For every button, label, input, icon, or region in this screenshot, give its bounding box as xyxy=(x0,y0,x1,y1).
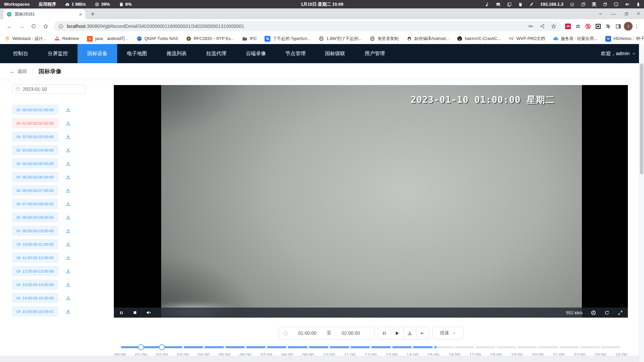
window-restore-icon[interactable] xyxy=(624,12,629,16)
date-picker-input[interactable]: 2023-01-10 xyxy=(12,84,85,94)
refresh-icon[interactable] xyxy=(604,310,609,315)
timeline-handle[interactable] xyxy=(159,344,165,350)
site-info-icon[interactable] xyxy=(58,24,63,29)
snapshot-shutter-icon[interactable] xyxy=(591,310,596,315)
bookmark-item[interactable]: RFC2833 – RTP Ev... xyxy=(186,36,234,41)
download-icon[interactable] xyxy=(65,282,71,287)
record-segment-button[interactable]: 01:00:00-02:00:00 xyxy=(12,118,58,128)
reload-icon[interactable] xyxy=(29,22,38,31)
nav-item-8[interactable]: 国标级联 xyxy=(315,44,355,63)
time-range-input[interactable]: 01:00:00 至 02:00:00 xyxy=(279,327,375,339)
bookmark-item[interactable]: Webstack - 设计... xyxy=(5,36,46,42)
player-stop-icon[interactable] xyxy=(133,310,137,315)
download-icon[interactable] xyxy=(65,188,71,193)
extensions-puzzle-icon[interactable] xyxy=(605,24,611,29)
input-method-indicator[interactable]: 英 xyxy=(592,1,596,7)
fullscreen-icon[interactable] xyxy=(618,310,623,315)
ip-address-indicator[interactable]: 192.168.1.3 xyxy=(540,2,563,7)
download-icon[interactable] xyxy=(65,148,71,153)
browser-scrollbar[interactable] xyxy=(639,44,644,362)
bookmark-item[interactable]: NHDAtmos :: 种子 *... xyxy=(605,36,644,42)
nav-item-7[interactable]: 节点管理 xyxy=(276,44,315,63)
download-button[interactable] xyxy=(403,327,416,339)
frame-extension-icon[interactable] xyxy=(595,24,601,29)
back-icon[interactable]: ← xyxy=(5,22,14,31)
start-time-value[interactable]: 01:00:00 xyxy=(288,330,327,336)
beverage-icon[interactable] xyxy=(518,2,523,7)
record-segment-button[interactable]: 03:00:00-04:00:00 xyxy=(12,145,58,155)
download-icon[interactable] xyxy=(65,269,71,274)
browser-tab[interactable]: 国标28181 × xyxy=(3,9,85,19)
nav-item-6[interactable]: 云端录像 xyxy=(236,44,276,63)
windows-stack-icon[interactable] xyxy=(581,2,586,7)
bookmark-item[interactable]: WVP-PRO文档 xyxy=(509,36,545,42)
bookmark-item[interactable]: Cjava、android可... xyxy=(87,36,129,42)
screenshot-icon[interactable] xyxy=(496,2,501,7)
download-icon[interactable] xyxy=(65,309,71,314)
download-icon[interactable] xyxy=(65,295,71,301)
record-segment-button[interactable]: 04:00:00-05:00:00 xyxy=(12,159,58,168)
bookmark-star-icon[interactable] xyxy=(551,24,556,29)
display-icon[interactable] xyxy=(614,2,618,7)
new-tab-button[interactable]: + xyxy=(88,9,97,19)
record-segment-button[interactable]: 00:00:00-01:00:00 xyxy=(12,105,58,115)
home-icon[interactable] xyxy=(41,22,50,31)
download-icon[interactable] xyxy=(65,134,71,139)
download-icon[interactable] xyxy=(65,215,71,220)
record-segment-button[interactable]: 05:00:00-06:00:00 xyxy=(12,172,58,182)
video-player[interactable]: 2023-01-10 01:00:00 星期二 552 kb/s xyxy=(114,85,628,318)
browser-menu-icon[interactable]: ⋮ xyxy=(633,23,641,30)
record-segment-button[interactable]: 08:00:00-09:00:00 xyxy=(12,212,58,222)
blocker-extension-icon[interactable] xyxy=(585,24,591,29)
download-icon[interactable] xyxy=(65,228,71,234)
download-icon[interactable] xyxy=(65,242,71,247)
network-home-icon[interactable] xyxy=(570,2,574,7)
download-icon[interactable] xyxy=(65,255,71,260)
battery-icon[interactable] xyxy=(636,2,641,7)
tab-search-chevron-icon[interactable] xyxy=(598,12,603,16)
nav-item-2[interactable]: 国标设备 xyxy=(78,44,117,63)
download-icon[interactable] xyxy=(65,174,71,180)
volume-icon[interactable] xyxy=(625,2,630,7)
nav-item-1[interactable]: 分屏监控 xyxy=(38,44,78,63)
speed-dropdown[interactable]: 倍速 xyxy=(432,327,463,339)
password-key-icon[interactable] xyxy=(528,24,534,29)
bookmark-item[interactable]: QNAP Turbo NAS xyxy=(137,36,178,41)
bookmark-item[interactable]: 如何编译Android... xyxy=(407,36,449,42)
nav-item-9[interactable]: 用户管理 xyxy=(355,44,395,63)
end-time-value[interactable]: 02:00:00 xyxy=(331,330,370,336)
player-pause-icon[interactable] xyxy=(119,310,124,315)
record-segment-button[interactable]: 06:00:00-07:00:00 xyxy=(12,186,58,195)
workspaces-button[interactable]: Workspaces xyxy=(4,2,30,7)
seek-back-button[interactable] xyxy=(416,327,429,339)
music-note-icon[interactable] xyxy=(485,2,490,7)
download-icon[interactable] xyxy=(65,107,71,113)
bookmark-item[interactable]: Redmine xyxy=(54,36,79,41)
window-restore-icon[interactable] xyxy=(603,2,607,7)
record-segment-button[interactable]: 09:00:00-10:00:00 xyxy=(12,226,58,236)
bookmark-item[interactable]: 1.8W字|了不起的... xyxy=(319,36,362,42)
user-menu[interactable]: 欢迎，admin xyxy=(601,50,636,57)
mute-icon[interactable] xyxy=(146,310,151,315)
scrollbar-thumb[interactable] xyxy=(640,64,643,174)
color-picker-icon[interactable] xyxy=(529,2,534,7)
incognito-extension-icon[interactable] xyxy=(575,24,581,29)
record-segment-button[interactable]: 10:00:00-11:00:00 xyxy=(12,239,58,249)
record-segment-button[interactable]: 02:00:00-03:00:00 xyxy=(12,132,58,142)
play-button[interactable] xyxy=(390,327,404,339)
nav-item-5[interactable]: 拉流代理 xyxy=(196,44,236,63)
record-segment-button[interactable]: 13:00:00-14:00:00 xyxy=(12,280,58,289)
tab-close-icon[interactable]: × xyxy=(79,11,82,17)
nav-item-4[interactable]: 推流列表 xyxy=(157,44,196,63)
bookmark-item[interactable]: hairrrrr/C-CrashC... xyxy=(457,36,501,41)
timeline-handle[interactable] xyxy=(138,344,144,350)
record-segment-button[interactable]: 11:00:00-12:00:00 xyxy=(12,253,58,263)
bookmark-item[interactable]: 知了不起的 TypeScri... xyxy=(265,36,311,42)
address-bar[interactable]: localhost:38080/#/gbRecordDetail/3402000… xyxy=(54,21,561,31)
download-icon[interactable] xyxy=(65,121,71,126)
applications-menu[interactable]: 应用程序 xyxy=(39,1,56,7)
side-panel-icon[interactable] xyxy=(615,24,621,29)
js-extension-icon[interactable]: JS xyxy=(565,24,571,29)
record-segment-button[interactable]: 07:00:00-08:00:00 xyxy=(12,199,58,209)
clipboard-icon[interactable] xyxy=(507,2,512,7)
